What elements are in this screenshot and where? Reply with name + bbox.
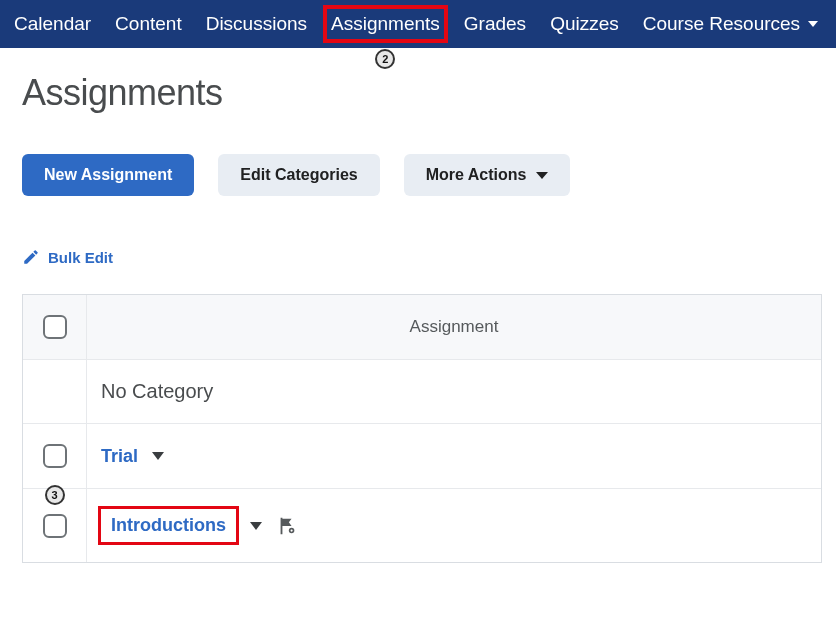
pencil-icon bbox=[22, 248, 40, 266]
chevron-down-icon[interactable] bbox=[250, 522, 262, 530]
chevron-down-icon bbox=[536, 172, 548, 179]
checkbox-cell bbox=[23, 424, 87, 488]
nav-course-resources-label: Course Resources bbox=[643, 13, 800, 35]
nav-assignments-label: Assignments bbox=[331, 13, 440, 35]
nav-assignments[interactable]: Assignments 2 bbox=[331, 13, 440, 35]
row-checkbox-introductions[interactable] bbox=[43, 514, 67, 538]
nav-content[interactable]: Content bbox=[115, 13, 182, 35]
nav-quizzes[interactable]: Quizzes bbox=[550, 13, 619, 35]
assignment-cell: Introductions bbox=[87, 489, 821, 562]
navbar: Calendar Content Discussions Assignments… bbox=[0, 0, 836, 48]
callout-badge-3: 3 bbox=[45, 485, 65, 505]
bulk-edit-label: Bulk Edit bbox=[48, 249, 113, 266]
edit-categories-button[interactable]: Edit Categories bbox=[218, 154, 379, 196]
category-row-no-category: No Category bbox=[23, 360, 821, 424]
more-actions-label: More Actions bbox=[426, 166, 527, 184]
new-assignment-button[interactable]: New Assignment bbox=[22, 154, 194, 196]
table-header-row: Assignment bbox=[23, 295, 821, 360]
table-header-assignment: Assignment bbox=[87, 295, 821, 359]
callout-badge-2: 2 bbox=[375, 49, 395, 69]
nav-discussions[interactable]: Discussions bbox=[206, 13, 307, 35]
table-row: 3 Introductions bbox=[23, 489, 821, 562]
assignment-cell: Trial bbox=[87, 424, 821, 488]
more-actions-button[interactable]: More Actions bbox=[404, 154, 571, 196]
page-title: Assignments bbox=[22, 72, 814, 114]
chevron-down-icon[interactable] bbox=[152, 452, 164, 460]
main-content: Assignments New Assignment Edit Categori… bbox=[0, 48, 836, 587]
chevron-down-icon bbox=[808, 21, 818, 27]
assignment-link-introductions[interactable]: Introductions bbox=[101, 509, 236, 542]
nav-calendar[interactable]: Calendar bbox=[14, 13, 91, 35]
no-category-label: No Category bbox=[101, 380, 213, 403]
category-cell: No Category bbox=[87, 360, 821, 423]
checkbox-cell: 3 bbox=[23, 489, 87, 562]
bulk-edit-link[interactable]: Bulk Edit bbox=[22, 244, 113, 270]
assignments-table: Assignment No Category Trial 3 bbox=[22, 294, 822, 563]
action-row: New Assignment Edit Categories More Acti… bbox=[22, 154, 814, 196]
nav-course-resources[interactable]: Course Resources bbox=[643, 13, 818, 35]
svg-point-1 bbox=[290, 529, 292, 531]
row-checkbox-trial[interactable] bbox=[43, 444, 67, 468]
draft-flag-icon bbox=[276, 515, 298, 537]
select-all-checkbox[interactable] bbox=[43, 315, 67, 339]
nav-grades[interactable]: Grades bbox=[464, 13, 526, 35]
checkbox-cell-empty bbox=[23, 360, 87, 423]
assignment-link-trial[interactable]: Trial bbox=[101, 446, 138, 467]
table-row: Trial bbox=[23, 424, 821, 489]
select-all-cell bbox=[23, 295, 87, 359]
